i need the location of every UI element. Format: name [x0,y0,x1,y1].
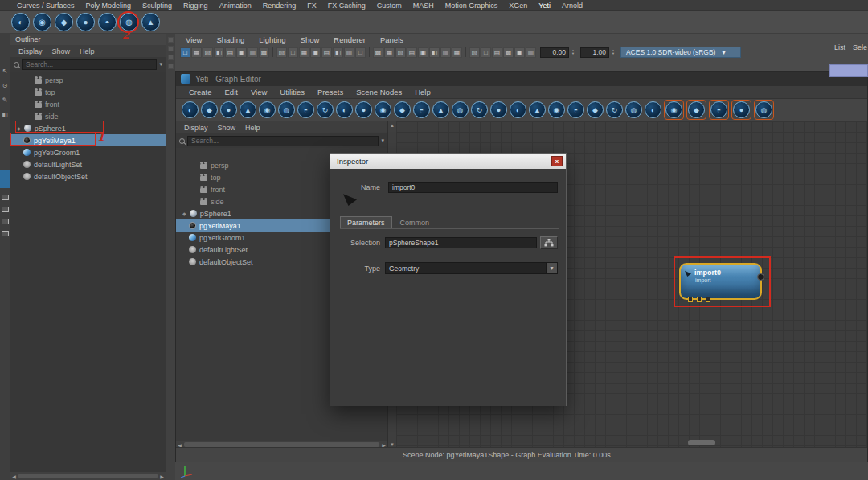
colorspace-dropdown[interactable]: ACES 1.0 SDR-video (sRGB) [620,47,741,58]
viewport-menu-panels[interactable]: Panels [375,35,409,44]
viewport-menu-show[interactable]: Show [295,35,326,44]
yeti-node-tool-icon[interactable] [432,101,449,118]
move-tool-icon[interactable]: ◧ [2,111,8,119]
pick-from-scene-button[interactable] [540,236,558,249]
yeti-node-tool-icon[interactable] [375,101,391,118]
outliner-item-persp[interactable]: persp [10,74,166,86]
yeti-node-tool-icon[interactable] [567,101,584,118]
layout-single-pane-button[interactable] [2,195,9,200]
yeti-shelf-icon[interactable] [141,13,160,31]
menu-poly-modeling[interactable]: Poly Modeling [80,2,137,10]
yeti-node-tool-icon[interactable] [529,101,546,118]
yeti-node-tool-icon[interactable] [471,101,488,118]
outliner-item-defaultobjectset[interactable]: defaultObjectSet [10,170,166,183]
yeti-node-tool-icon[interactable] [490,101,507,118]
menu-fx-caching[interactable]: FX Caching [322,2,371,10]
outliner-item-pgyetigroom1[interactable]: pgYetiGroom1 [10,146,166,158]
viewport-tool-icon[interactable] [191,47,202,58]
exposure-field[interactable]: 0.00 [540,47,569,58]
scroll-right-icon[interactable] [158,474,166,479]
viewport-tool-icon[interactable] [203,47,213,58]
menu-sculpting[interactable]: Sculpting [137,2,178,10]
yeti-node-tool-icon[interactable] [220,101,237,118]
yeti-node-tool-icon[interactable] [355,101,372,118]
menu-fx[interactable]: FX [301,2,322,10]
menu-motion-graphics[interactable]: Motion Graphics [440,2,504,10]
expander-icon[interactable] [182,211,186,216]
active-tool-highlight[interactable] [0,170,10,188]
scroll-up-icon[interactable] [390,123,395,128]
yeti-shelf-icon[interactable] [11,13,30,31]
select-tool-icon[interactable]: ↖ [2,68,8,76]
outliner-horizontal-scrollbar[interactable] [10,472,166,480]
yeti-node-tool-icon[interactable] [240,101,256,118]
background-window-titlebar[interactable] [829,64,868,77]
exposure-spinner[interactable] [571,49,575,55]
type-dropdown[interactable]: Geometry [385,262,558,274]
menu-xgen[interactable]: XGen [503,2,533,10]
graph-menu-utilities[interactable]: Utilities [273,88,311,96]
panel-toggle-icon[interactable] [168,55,174,60]
yeti-node-tool-icon[interactable] [297,101,314,118]
graph-outliner-menu-show[interactable]: Show [213,124,241,132]
yeti-node-tool-icon[interactable] [259,101,276,118]
graph-outliner-search-input[interactable] [187,136,379,146]
yeti-node-tool-icon[interactable] [336,101,353,118]
viewport-menu-shading[interactable]: Shading [211,35,250,44]
outliner-item-defaultlightset[interactable]: defaultLightSet [10,158,166,170]
viewport-tool-icon[interactable] [384,47,395,58]
viewport-tool-icon[interactable] [344,47,354,58]
viewport-tool-icon[interactable] [481,47,491,58]
viewport-tool-icon[interactable] [469,47,480,58]
yeti-node-tool-icon[interactable] [278,101,295,118]
viewport-tool-icon[interactable] [503,47,514,58]
outliner-menu-help[interactable]: Help [75,47,100,55]
yeti-node-tool-icon[interactable] [182,101,199,118]
yeti-node-tool-icon[interactable] [452,101,469,118]
viewport-tool-icon[interactable] [395,47,406,58]
attribute-editor-menu-list[interactable]: List [834,43,845,51]
gamma-spinner[interactable] [612,49,615,55]
attribute-editor-menu-selected[interactable]: Sele [853,43,867,51]
layout-split-button[interactable] [2,219,9,224]
graph-outliner-menu-help[interactable]: Help [240,124,265,132]
yeti-node-tool-icon[interactable] [510,101,526,118]
viewport-tool-icon[interactable] [514,47,525,58]
yeti-shelf-icon[interactable] [98,13,117,31]
name-input[interactable] [388,182,558,193]
yeti-node-tool-icon[interactable] [688,101,705,118]
chevron-down-icon[interactable] [159,61,162,68]
viewport-tool-icon[interactable] [418,47,428,58]
outliner-item-front[interactable]: front [10,98,166,110]
chevron-down-icon[interactable] [381,137,384,144]
yeti-node-tool-icon[interactable] [317,101,334,118]
viewport-tool-icon[interactable] [288,47,298,58]
viewport-tool-icon[interactable] [429,47,440,58]
yeti-node-tool-icon[interactable] [548,101,565,118]
viewport-tool-icon[interactable] [440,47,451,58]
graph-menu-edit[interactable]: Edit [219,88,244,96]
layout-outliner-button[interactable] [2,231,9,236]
menu-rendering[interactable]: Rendering [257,2,302,10]
paint-tool-icon[interactable]: ✎ [2,96,8,105]
yeti-node-tool-icon[interactable] [587,101,604,118]
viewport-tool-icon[interactable] [407,47,417,58]
yeti-node-tool-icon[interactable] [755,101,772,118]
viewport-tool-icon[interactable] [214,47,224,58]
outliner-menu-display[interactable]: Display [14,47,47,55]
panel-toggle-icon[interactable] [168,46,174,51]
viewport-tool-icon[interactable] [452,47,462,58]
menu-animation[interactable]: Animation [214,2,257,10]
viewport-tool-icon[interactable] [492,47,502,58]
yeti-node-tool-icon[interactable] [625,101,642,118]
viewport-menu-lighting[interactable]: Lighting [253,35,291,44]
yeti-shelf-icon[interactable] [33,13,51,31]
menu-mash[interactable]: MASH [407,2,440,10]
graph-scrollbar-handle[interactable] [688,440,715,445]
viewport-tool-icon[interactable] [310,47,321,58]
gamma-field[interactable]: 1.00 [580,47,609,58]
viewport-tool-icon[interactable] [225,47,235,58]
graph-menu-presets[interactable]: Presets [311,88,350,96]
menu-yeti[interactable]: Yeti [533,2,556,10]
graph-menu-scene-nodes[interactable]: Scene Nodes [350,88,408,96]
